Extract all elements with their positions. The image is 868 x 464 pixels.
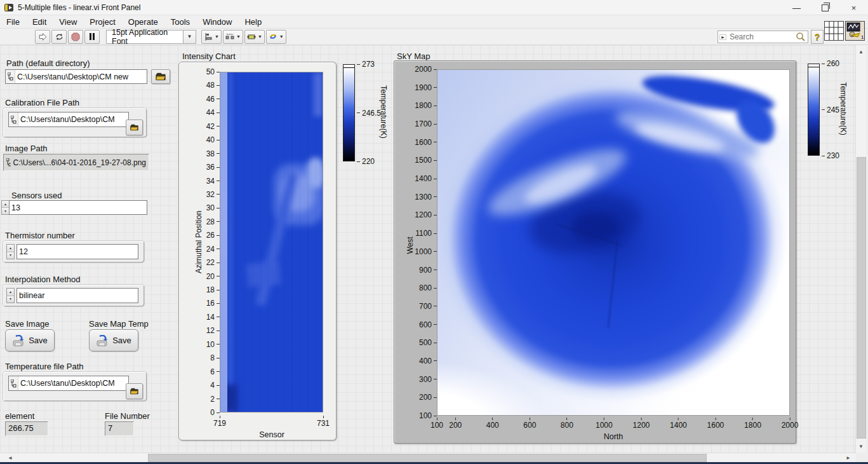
interpolation-method-input[interactable] xyxy=(17,289,138,303)
distribute-objects-button[interactable]: ▼ xyxy=(223,30,243,44)
dropdown-arrow-icon: ▼ xyxy=(215,34,219,39)
restore-icon xyxy=(822,4,829,11)
minimize-button[interactable]: — xyxy=(782,0,811,15)
calibration-path-browse-button[interactable] xyxy=(126,119,143,135)
axis-tick: 273 xyxy=(357,60,375,68)
thermistor-number-control xyxy=(17,244,138,259)
horizontal-scrollbar-thumb[interactable] xyxy=(148,454,707,462)
scroll-up-icon[interactable]: ▲ xyxy=(856,46,866,57)
path-default-browse-button[interactable] xyxy=(151,69,170,84)
alignment-grid-icon[interactable] xyxy=(824,21,844,41)
axis-tick: 1400 xyxy=(415,175,437,182)
run-button[interactable] xyxy=(35,30,50,44)
axis-tick: 10 xyxy=(206,341,220,348)
search-dropdown-icon[interactable]: ► xyxy=(719,34,726,40)
axis-tick: 2000 xyxy=(782,418,799,429)
axis-tick: 16 xyxy=(206,299,220,307)
sky-map-chart: 2000190018001700160015001400130012001100… xyxy=(394,60,796,444)
align-objects-button[interactable]: ▼ xyxy=(201,30,222,44)
decrement-icon[interactable]: ▼ xyxy=(7,252,14,259)
resize-objects-button[interactable]: ▼ xyxy=(244,30,265,44)
save-map-temp-button[interactable]: Save xyxy=(89,329,138,351)
axis-tick: 1300 xyxy=(415,193,437,201)
labview-app-icon xyxy=(4,3,14,13)
menu-file[interactable]: File xyxy=(0,16,26,28)
element-label: element xyxy=(5,411,34,421)
labview-window: 5-Multiple files - linear.vi Front Panel… xyxy=(0,0,868,464)
decrement-icon[interactable]: ▼ xyxy=(2,208,9,214)
increment-icon[interactable]: ▲ xyxy=(7,245,14,252)
save-icon xyxy=(96,335,109,346)
path-default-input[interactable] xyxy=(15,70,147,83)
menu-project[interactable]: Project xyxy=(83,16,121,28)
abort-button[interactable] xyxy=(68,30,83,44)
window-controls: — × xyxy=(782,0,868,15)
run-continuous-button[interactable] xyxy=(51,30,67,44)
intensity-colorbar-ramp xyxy=(343,64,355,161)
vertical-scrollbar-thumb[interactable] xyxy=(857,157,866,439)
temperature-path-input[interactable] xyxy=(18,376,128,390)
thermistor-number-input[interactable] xyxy=(17,245,138,259)
axis-tick: 1600 xyxy=(415,139,437,146)
sensors-used-input[interactable] xyxy=(10,201,147,214)
axis-tick: 220 xyxy=(357,158,375,165)
sky-x-axis-label: North xyxy=(604,432,624,441)
calibration-path-control xyxy=(8,112,129,127)
menu-view[interactable]: View xyxy=(53,16,83,28)
save-map-temp-button-label: Save xyxy=(112,336,131,345)
heatmap-region xyxy=(220,72,323,412)
intensity-chart-plot[interactable] xyxy=(220,72,323,413)
horizontal-scrollbar[interactable]: ◄ ► xyxy=(0,453,856,463)
save-image-button[interactable]: Save xyxy=(5,329,55,351)
axis-tick: 800 xyxy=(561,418,573,429)
sensors-used-label: Sensors used xyxy=(11,191,62,200)
dropdown-arrow-icon: ▼ xyxy=(236,34,241,39)
scroll-down-icon[interactable]: ▼ xyxy=(856,441,866,451)
menu-tools[interactable]: Tools xyxy=(164,16,196,28)
axis-tick: 22 xyxy=(206,259,220,266)
increment-icon[interactable]: ▲ xyxy=(7,289,14,296)
menu-edit[interactable]: Edit xyxy=(26,16,53,28)
path-default-label: Path (default directory) xyxy=(6,58,90,68)
dropdown-arrow-icon: ▼ xyxy=(279,34,284,39)
calibration-path-input[interactable] xyxy=(18,113,128,126)
restore-button[interactable] xyxy=(811,0,839,15)
image-path-indicator: C:\Users\...6\04-01-2016_19-27-08.png xyxy=(3,154,149,171)
file-number-label: File Number xyxy=(105,411,150,421)
save-image-label: Save Image xyxy=(5,319,49,329)
sky-colorbar-ramp xyxy=(808,64,820,156)
decrement-icon[interactable]: ▼ xyxy=(7,296,14,303)
axis-tick: 46 xyxy=(206,95,220,103)
dropdown-arrow-icon: ▼ xyxy=(258,34,262,39)
axis-tick: 50 xyxy=(206,68,220,76)
increment-icon[interactable]: ▲ xyxy=(2,201,9,208)
interpolation-method-spinner: ▲ ▼ xyxy=(6,288,15,303)
axis-tick: 719 xyxy=(213,416,226,427)
sky-map-plot[interactable] xyxy=(437,69,790,416)
menu-window[interactable]: Window xyxy=(196,16,238,28)
temperature-path-browse-button[interactable] xyxy=(126,383,143,399)
help-button[interactable]: ? xyxy=(811,30,824,44)
axis-tick: 900 xyxy=(419,266,437,274)
axis-tick: 1000 xyxy=(596,418,613,429)
vi-icon[interactable]: 1 xyxy=(845,21,865,41)
folder-icon xyxy=(130,387,138,395)
scroll-right-icon[interactable]: ► xyxy=(843,453,853,463)
font-selector-arrow[interactable]: ▼ xyxy=(184,30,196,44)
axis-tick: 300 xyxy=(419,376,437,383)
menu-help[interactable]: Help xyxy=(238,16,268,28)
vertical-scrollbar[interactable]: ▲ ▼ xyxy=(855,45,866,453)
titlebar: 5-Multiple files - linear.vi Front Panel… xyxy=(0,0,868,15)
close-button[interactable]: × xyxy=(839,0,868,15)
font-selector[interactable]: 15pt Application Font xyxy=(106,30,184,44)
scroll-left-icon[interactable]: ◄ xyxy=(5,453,15,463)
search-input[interactable] xyxy=(728,32,796,42)
axis-tick: 30 xyxy=(206,204,220,212)
reorder-button[interactable]: ▼ xyxy=(266,30,286,44)
axis-tick: 44 xyxy=(206,109,220,116)
axis-tick: 245 xyxy=(822,106,839,114)
menu-operate[interactable]: Operate xyxy=(122,16,164,28)
axis-tick: 32 xyxy=(206,191,220,198)
pause-button[interactable] xyxy=(84,30,100,44)
thermistor-number-spinner: ▲ ▼ xyxy=(6,244,15,259)
